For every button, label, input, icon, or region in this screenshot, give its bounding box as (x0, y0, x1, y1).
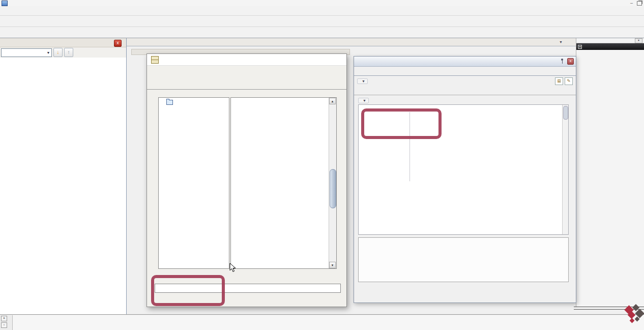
locate-up-button[interactable]: ↑ (64, 48, 73, 57)
model-browser: x ▼ ↓ ↑ (0, 38, 127, 315)
properties-scrollbar[interactable] (562, 105, 568, 234)
window-minimize-button[interactable]: – (630, 1, 633, 6)
model-view-combo[interactable]: ▼ (1, 48, 52, 57)
log-output[interactable] (12, 315, 644, 330)
property-subject-tabs (354, 87, 576, 95)
annotation-highlight-aggregates (361, 108, 442, 139)
chevron-down-icon: ▼ (363, 99, 366, 102)
edit-property-view-icon[interactable]: ✎ (565, 77, 573, 85)
metaclasses-editor-dialog: ▲ ▼ (147, 53, 347, 307)
scrollbar-thumb[interactable] (330, 169, 336, 208)
mouse-cursor (229, 263, 236, 273)
table-panel-header[interactable]: − (576, 43, 644, 50)
feature-tabs (354, 67, 576, 76)
scrollbar-thumb[interactable] (563, 106, 568, 120)
rhapsody-window: – x ▼ ↓ ↑ ▼ (0, 0, 644, 330)
rhapsody-logo (622, 304, 644, 328)
window-controls: – (630, 0, 642, 6)
browser-close-button[interactable]: x (114, 40, 122, 47)
view-filter-combo[interactable]: ▼ (358, 98, 369, 103)
dialog-icon (151, 56, 159, 64)
collapse-panel-icon[interactable]: − (578, 45, 582, 49)
metaclass-list-panel: ▲ ▼ (230, 97, 337, 269)
uml-tree-item[interactable] (159, 98, 229, 105)
browser-toolbar: ▼ ↓ ↑ (0, 47, 126, 58)
metaclass-tree-panel[interactable] (158, 97, 229, 269)
panel-menu-icon[interactable]: ▼ (635, 38, 642, 43)
filter-row: ▼ (354, 95, 576, 105)
folder-icon (166, 100, 173, 105)
browser-header: x (0, 38, 126, 47)
float-output-icon[interactable]: ▫ (1, 322, 7, 328)
table-panel: ▼ − (576, 38, 644, 307)
view-action-icons: ⊞ ✎ (555, 77, 573, 85)
scroll-up-icon[interactable]: ▲ (329, 98, 336, 104)
tab-overflow-icon[interactable]: ▼ (559, 40, 563, 44)
format-toolbar (0, 27, 644, 38)
table-panel-top: ▼ (576, 38, 644, 43)
properties-view-combo[interactable]: ▼ (357, 78, 368, 84)
description-panel (358, 237, 569, 282)
window-restore-button[interactable] (637, 1, 642, 6)
document-tabbar: ▼ (127, 38, 576, 46)
menubar: – (0, 0, 644, 6)
output-controls: × ▫ (1, 316, 7, 328)
dialog-close-button[interactable]: x (567, 58, 574, 65)
metaclass-group-tabs (147, 79, 346, 90)
add-property-view-icon[interactable]: ⊞ (555, 77, 563, 85)
output-bar: × ▫ (0, 314, 644, 330)
model-tree (0, 58, 126, 315)
chevron-down-icon: ▼ (45, 51, 51, 54)
dialog-titlebar[interactable] (147, 54, 346, 66)
dialog-menubar (147, 66, 346, 77)
standard-toolbar (0, 6, 644, 16)
chevron-down-icon: ▼ (362, 79, 365, 83)
pin-icon[interactable] (560, 59, 564, 64)
app-icon (2, 1, 8, 6)
locate-down-button[interactable]: ↓ (53, 48, 63, 57)
table-panel-actions (576, 50, 644, 52)
close-output-icon[interactable]: × (1, 316, 7, 321)
properties-view-row: ▼ ⊞ ✎ (354, 76, 576, 87)
annotation-highlight-input (151, 275, 225, 306)
metaclass-list (232, 98, 329, 268)
context-toolbar (0, 16, 644, 27)
dialog-titlebar[interactable]: x (354, 57, 576, 67)
scroll-down-icon[interactable]: ▼ (329, 262, 336, 268)
stereotype-features-dialog: x ▼ ⊞ ✎ ▼ (354, 56, 576, 303)
list-scrollbar[interactable]: ▲ ▼ (329, 98, 336, 268)
